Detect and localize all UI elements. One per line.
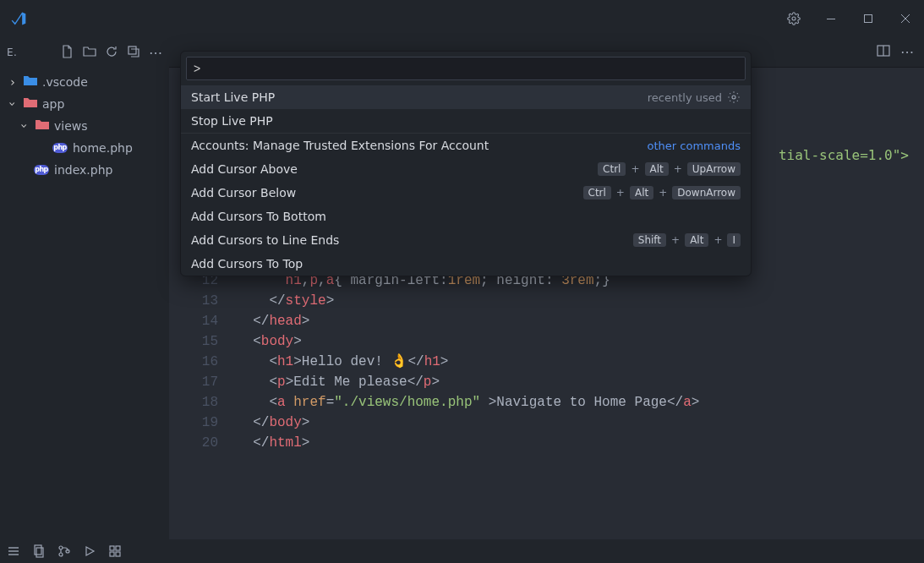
tree-file-home[interactable]: php home.php [2, 137, 167, 159]
svg-rect-21 [116, 552, 120, 556]
command-palette-item[interactable]: Add Cursor BelowCtrl+Alt+DownArrow [181, 181, 751, 205]
refresh-icon[interactable] [105, 45, 118, 61]
maximize-button[interactable] [850, 0, 887, 37]
close-button[interactable] [887, 0, 924, 37]
extensions-icon[interactable] [108, 544, 122, 558]
other-commands-link[interactable]: other commands [648, 139, 741, 152]
collapse-all-icon[interactable] [127, 45, 140, 61]
title-controls [775, 0, 924, 37]
keybind-key: Alt [630, 186, 653, 200]
command-palette-item[interactable]: Accounts: Manage Trusted Extensions For … [181, 134, 751, 157]
main-area: E. ⋯ › .vscode › [0, 37, 924, 539]
titlebar [0, 0, 924, 37]
svg-rect-13 [36, 548, 43, 557]
svg-point-0 [792, 17, 796, 20]
explorer-header: E. ⋯ [0, 37, 169, 68]
chevron-down-icon: › [14, 120, 36, 132]
svg-rect-19 [116, 546, 120, 550]
tree-file-index[interactable]: php index.php [2, 159, 167, 181]
vscode-logo-icon [0, 10, 37, 27]
keybind-key: DownArrow [672, 186, 741, 200]
command-label: Add Cursor Above [191, 162, 298, 176]
chevron-right-icon: › [7, 71, 19, 93]
keybind-key: Alt [685, 233, 708, 247]
minimize-button[interactable] [812, 0, 850, 37]
tree-folder-vscode[interactable]: › .vscode [2, 71, 167, 93]
command-palette-item[interactable]: Stop Live PHP [181, 109, 751, 133]
svg-point-14 [59, 546, 63, 549]
command-palette-input[interactable] [186, 57, 746, 80]
chevron-down-icon: › [2, 98, 24, 110]
command-label: Stop Live PHP [191, 114, 273, 128]
svg-point-8 [732, 96, 735, 99]
svg-rect-2 [865, 15, 872, 23]
svg-rect-20 [110, 552, 114, 556]
keybind-key: Alt [645, 162, 669, 176]
command-label: Start Live PHP [191, 90, 275, 104]
files-icon[interactable] [32, 544, 46, 558]
command-palette-item[interactable]: Start Live PHPrecently used [181, 85, 751, 109]
svg-marker-17 [86, 547, 94, 555]
command-palette-item[interactable]: Add Cursor AboveCtrl+Alt+UpArrow [181, 157, 751, 181]
split-editor-icon[interactable] [877, 44, 890, 60]
source-control-icon[interactable] [57, 544, 71, 558]
keybind-key: Shift [633, 233, 666, 247]
svg-rect-18 [110, 546, 114, 550]
file-tree: › .vscode › app › [0, 68, 169, 184]
new-file-icon[interactable] [61, 45, 74, 61]
explorer-title: E. [7, 46, 17, 58]
keybind-key: I [727, 233, 741, 247]
menu-icon[interactable] [7, 544, 20, 558]
keybind-key: Ctrl [598, 162, 626, 176]
command-label: Accounts: Manage Trusted Extensions For … [191, 139, 489, 152]
keybind-key: Ctrl [583, 186, 611, 200]
svg-rect-12 [35, 545, 41, 555]
explorer-sidebar: E. ⋯ › .vscode › [0, 37, 169, 539]
command-palette-item[interactable]: Add Cursors To Bottom [181, 205, 751, 228]
command-label: Add Cursor Below [191, 186, 296, 200]
php-file-icon: php [34, 165, 49, 175]
command-palette-item[interactable]: Add Cursors to Line EndsShift+Alt+I [181, 228, 751, 252]
command-label: Add Cursors To Bottom [191, 210, 326, 223]
folder-icon [24, 71, 37, 93]
command-palette: Start Live PHPrecently usedStop Live PHP… [180, 51, 752, 276]
tree-folder-views[interactable]: › views [2, 115, 167, 137]
more-icon[interactable]: ⋯ [900, 44, 914, 60]
settings-gear-icon[interactable] [775, 0, 812, 37]
folder-icon [24, 93, 37, 115]
command-palette-item[interactable]: Add Cursors To Top [181, 252, 751, 276]
app-root: E. ⋯ › .vscode › [0, 0, 924, 563]
svg-rect-1 [827, 19, 835, 19]
command-label: Add Cursors to Line Ends [191, 233, 339, 247]
tree-folder-app[interactable]: › app [2, 93, 167, 115]
gear-icon[interactable] [727, 90, 741, 104]
new-folder-icon[interactable] [83, 45, 96, 61]
folder-icon [36, 115, 49, 137]
php-file-icon: php [52, 143, 68, 153]
statusbar [0, 539, 924, 563]
svg-point-15 [59, 553, 63, 556]
keybind-key: UpArrow [687, 162, 741, 176]
code-overflow-text: tial-scale=1.0"> [779, 147, 909, 163]
command-label: Add Cursors To Top [191, 257, 303, 271]
more-icon[interactable]: ⋯ [149, 45, 162, 61]
svg-rect-5 [128, 46, 136, 54]
run-debug-icon[interactable] [83, 544, 96, 558]
